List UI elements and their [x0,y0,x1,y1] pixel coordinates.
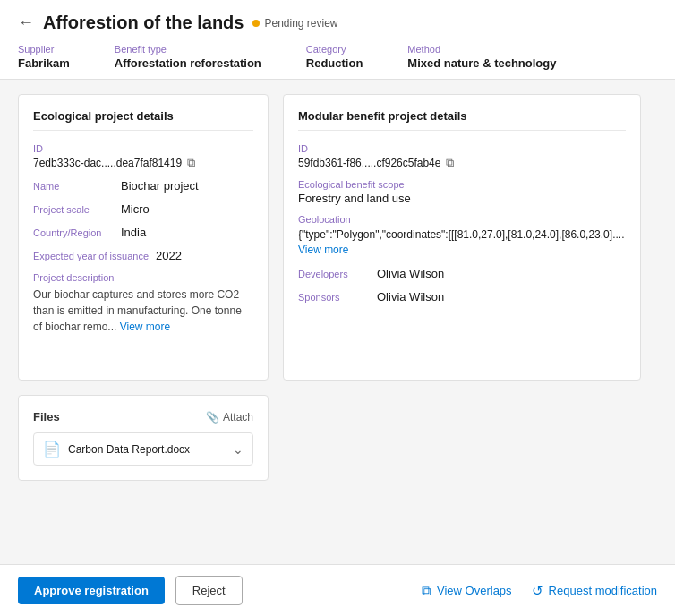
ecological-card-title: Ecological project details [33,109,253,131]
mod-geo-label: Geolocation [298,214,626,225]
eco-scale-field: Project scale Micro [33,202,253,217]
meta-category: Category Reduction [306,44,363,70]
mod-id-value: 59fdb361-f86.....cf926c5fab4e [298,157,440,169]
mod-developers-label: Developers [298,269,370,279]
meta-supplier: Supplier Fabrikam [18,44,70,70]
eco-name-label: Name [33,181,114,192]
file-chevron-icon[interactable]: ⌄ [233,442,244,457]
request-mod-icon: ↺ [532,583,543,599]
eco-view-more-link[interactable]: View more [120,321,170,333]
mod-sponsors-value: Olivia Wilson [377,290,444,304]
attach-label: Attach [223,411,253,424]
mod-developers-field: Developers Olivia Wilson [298,267,626,281]
file-left: 📄 Carbon Data Report.docx [43,441,190,458]
files-title: Files [33,410,60,424]
supplier-label: Supplier [18,44,70,55]
ecological-card: Ecological project details ID 7edb333c-d… [18,94,269,381]
header-top: ← Afforestion of the lands Pending revie… [18,13,657,33]
eco-issuance-value: 2022 [156,249,182,262]
category-value: Reduction [306,56,363,70]
eco-issuance-label: Expected year of issuance [33,251,149,261]
eco-country-field: Country/Region India [33,226,253,240]
supplier-value: Fabrikam [18,56,70,70]
request-mod-button[interactable]: ↺ Request modification [532,583,657,599]
mod-id-copy-icon[interactable]: ⧉ [446,156,454,170]
reject-button[interactable]: Reject [175,576,243,605]
mod-geo-value: {"type":"Polygon","coordinates":[[[81.0,… [298,227,626,243]
mod-id-row: 59fdb361-f86.....cf926c5fab4e ⧉ [298,156,626,170]
request-mod-label: Request modification [549,584,657,597]
eco-scale-value: Micro [121,202,150,216]
benefit-type-value: Afforestation reforestation [115,56,261,70]
eco-scale-label: Project scale [33,204,114,215]
eco-name-field: Name Biochar project [33,179,253,193]
eco-issuance-field: Expected year of issuance 2022 [33,249,253,263]
status-badge: Pending review [252,17,338,30]
files-card: Files 📎 Attach 📄 Carbon Data Report.docx… [18,395,269,481]
method-label: Method [407,44,556,55]
header: ← Afforestion of the lands Pending revie… [0,0,675,80]
approve-button[interactable]: Approve registration [18,577,165,604]
view-overlaps-label: View Overlaps [437,584,512,597]
mod-developers-value: Olivia Wilson [377,267,444,280]
status-label: Pending review [264,17,338,30]
attach-button[interactable]: 📎 Attach [206,411,253,424]
mod-eco-scope-value: Forestry and land use [298,192,626,205]
back-button[interactable]: ← [18,13,34,32]
eco-country-value: India [121,226,146,239]
file-doc-icon: 📄 [43,441,61,458]
meta-method: Method Mixed nature & technology [407,44,556,70]
footer: Approve registration Reject ⧉ View Overl… [0,564,675,616]
modular-card: Modular benefit project details ID 59fdb… [283,94,641,381]
category-label: Category [306,44,363,55]
eco-desc-label: Project description [33,272,253,283]
status-dot [252,20,260,27]
file-row[interactable]: 📄 Carbon Data Report.docx ⌄ [33,432,253,466]
eco-desc-text: Our biochar captures and stores more CO2… [33,287,253,335]
files-header: Files 📎 Attach [33,410,253,424]
eco-id-row: 7edb333c-dac.....dea7faf81419 ⧉ [33,156,253,170]
view-overlaps-button[interactable]: ⧉ View Overlaps [422,583,512,599]
method-value: Mixed nature & technology [407,56,556,70]
paperclip-icon: 📎 [206,411,219,424]
main-content: Ecological project details ID 7edb333c-d… [0,80,675,495]
eco-id-value: 7edb333c-dac.....dea7faf81419 [33,157,182,169]
modular-card-title: Modular benefit project details [298,109,626,131]
mod-id-label: ID [298,143,626,154]
mod-sponsors-label: Sponsors [298,292,370,303]
mod-eco-scope-label: Ecological benefit scope [298,179,626,190]
file-name: Carbon Data Report.docx [68,443,190,456]
benefit-type-label: Benefit type [115,44,261,55]
eco-country-label: Country/Region [33,227,114,238]
meta-benefit-type: Benefit type Afforestation reforestation [115,44,261,70]
view-overlaps-icon: ⧉ [422,583,431,599]
page-title: Afforestion of the lands [43,13,244,33]
eco-id-copy-icon[interactable]: ⧉ [187,156,195,170]
mod-geo-view-more-link[interactable]: View more [298,244,348,256]
eco-name-value: Biochar project [121,179,199,192]
meta-row: Supplier Fabrikam Benefit type Afforesta… [18,44,657,79]
eco-id-label: ID [33,143,253,154]
mod-sponsors-field: Sponsors Olivia Wilson [298,290,626,304]
